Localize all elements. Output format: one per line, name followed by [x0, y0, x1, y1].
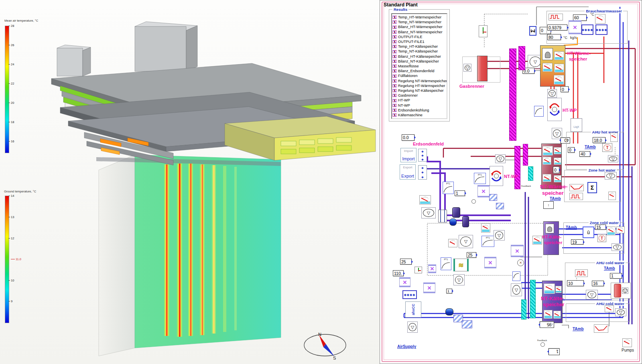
multiplier-block[interactable]: [569, 20, 581, 34]
axis-block[interactable]: [414, 267, 422, 273]
tank-temp-gauge[interactable]: [554, 75, 564, 85]
tank-temp-gauge[interactable]: [554, 158, 561, 165]
pulse-signal-block[interactable]: [549, 14, 563, 20]
import-block[interactable]: Import Import: [400, 148, 416, 162]
boiler-pump[interactable]: [463, 64, 471, 72]
buffer-vessel[interactable]: [452, 207, 460, 218]
distribution-pump[interactable]: [459, 235, 473, 248]
dhw-gauge[interactable]: [595, 14, 605, 24]
result-item[interactable]: OUTPUT-FILE: [392, 34, 446, 39]
temperature-node[interactable]: [602, 143, 612, 152]
load-curve-block[interactable]: [594, 324, 608, 333]
result-item[interactable]: Regelung NT-Wärmespeicher: [392, 79, 446, 83]
result-item[interactable]: Masseflüsse: [392, 64, 446, 69]
dhw-setpoint-box[interactable]: 60: [573, 14, 587, 21]
warm-header-bar[interactable]: [514, 146, 520, 189]
multiplier-block[interactable]: [477, 185, 490, 197]
tank-temp-gauge[interactable]: [542, 146, 553, 156]
zone-hot-pump[interactable]: [605, 172, 617, 180]
zone-cold-19-box[interactable]: 19: [571, 239, 583, 245]
borefield-ports[interactable]: ◆◆◆: [418, 165, 427, 180]
axis-block[interactable]: [479, 25, 488, 37]
ahu-cold-pump[interactable]: [586, 290, 598, 299]
pt1-curve-block[interactable]: [534, 106, 544, 117]
tamb-link[interactable]: TAmb: [573, 327, 584, 331]
nt-wp-pump[interactable]: [495, 154, 506, 163]
temperature-node[interactable]: [597, 234, 606, 242]
result-item[interactable]: Bilanz_HT-Kältesepeicher: [392, 54, 446, 59]
zone-cold-pump[interactable]: [612, 243, 623, 251]
cold-header-bar[interactable]: [528, 166, 533, 181]
ht-charge-pump[interactable]: [547, 89, 557, 98]
minmax-block[interactable]: [529, 26, 536, 36]
multiplier-block[interactable]: [423, 283, 435, 293]
air-heat-exchanger[interactable]: [453, 259, 469, 271]
dhw-diverter-2[interactable]: [595, 24, 607, 35]
heat-exchanger-hatch[interactable]: [462, 320, 472, 328]
coil-pump[interactable]: [622, 287, 628, 294]
gauge[interactable]: [419, 195, 431, 204]
heat-exchanger-hatch[interactable]: [496, 203, 504, 209]
tank-temp-gauge[interactable]: [544, 283, 555, 294]
pump[interactable]: [494, 230, 505, 241]
result-item[interactable]: OUTPUT-FILE1: [392, 39, 446, 44]
result-item[interactable]: Gasbrenner: [392, 93, 446, 98]
value-box[interactable]: 25: [467, 252, 476, 258]
feedback-node[interactable]: [471, 199, 476, 204]
tamb-link[interactable]: TAmb: [604, 266, 615, 271]
tank-temp-gauge[interactable]: [554, 64, 564, 73]
result-item[interactable]: Bilanz_NT-Kältespeicher: [392, 59, 446, 64]
ground-loop-pump[interactable]: [421, 207, 436, 218]
dhw-diverter-1[interactable]: [581, 24, 593, 35]
tamb-link[interactable]: TAmb: [550, 196, 561, 201]
gauge[interactable]: [448, 239, 457, 247]
nt-heat-pump[interactable]: [490, 166, 503, 186]
cold-header-bar[interactable]: [521, 299, 526, 320]
tank-temp-gauge[interactable]: [554, 51, 564, 60]
multiplier-block[interactable]: [399, 277, 410, 287]
value-box-rotated[interactable]: -95: [540, 322, 554, 328]
hot-header-bar-2[interactable]: [518, 46, 525, 70]
gauge[interactable]: [532, 236, 542, 245]
export-block[interactable]: Export Export: [400, 164, 416, 180]
pt1-curve-block[interactable]: PT1: [441, 257, 451, 270]
pt1-curve-block[interactable]: PT1: [443, 182, 454, 194]
tank-temp-gauge[interactable]: [542, 157, 551, 165]
result-item[interactable]: Bilanz_NT-Wärmespeicher: [392, 30, 446, 34]
supply-fan[interactable]: [407, 322, 418, 333]
averaging-block[interactable]: [583, 226, 594, 238]
pulse-signal-block[interactable]: [575, 269, 588, 277]
gas-boiler[interactable]: [477, 56, 488, 81]
result-item[interactable]: Füllfaktoren: [392, 73, 446, 78]
signal-box[interactable]: [543, 201, 554, 209]
zone-hot-gauge[interactable]: [608, 192, 616, 200]
value-box[interactable]: 1: [446, 289, 452, 293]
result-item[interactable]: Erdsondenkühlung: [392, 108, 446, 113]
pulse-signal-block[interactable]: [569, 193, 583, 200]
gauge[interactable]: [481, 223, 490, 233]
air-handling-coil[interactable]: ahxCC: [405, 301, 421, 317]
tank-temp-gauge[interactable]: [542, 174, 551, 182]
gauge[interactable]: [616, 226, 625, 233]
pumps-gauge[interactable]: [622, 338, 632, 347]
result-item[interactable]: HT-WP: [392, 98, 446, 103]
multiplier-block[interactable]: [428, 265, 436, 273]
gauge[interactable]: [607, 226, 616, 235]
ahu-hot-val-box[interactable]: 40: [579, 151, 590, 157]
ahu-cold-pump-2[interactable]: [615, 308, 626, 316]
hot-header-bar[interactable]: [509, 49, 516, 141]
dhw-fraction-box[interactable]: 0.9379: [547, 24, 567, 30]
tamb-link[interactable]: TAmb: [585, 145, 596, 149]
borefield-balance-box[interactable]: 0.0: [402, 134, 414, 141]
pt1-curve-block[interactable]: PT1: [474, 173, 486, 184]
ahu-hot-pump[interactable]: [608, 155, 618, 162]
cold-header-bar[interactable]: [530, 280, 536, 318]
cold-loop-pump[interactable]: [511, 283, 522, 296]
value-box[interactable]: 25: [400, 259, 412, 265]
result-item[interactable]: Bilanz_HT-Wärmespeicher: [392, 24, 446, 29]
result-item[interactable]: Bilanz_Erdsondenfeld: [392, 69, 446, 73]
ht-heat-pump[interactable]: [547, 98, 562, 121]
tank-temp-gauge[interactable]: [553, 311, 561, 319]
sum-block[interactable]: [587, 182, 597, 193]
multiplier-block[interactable]: [511, 245, 524, 257]
